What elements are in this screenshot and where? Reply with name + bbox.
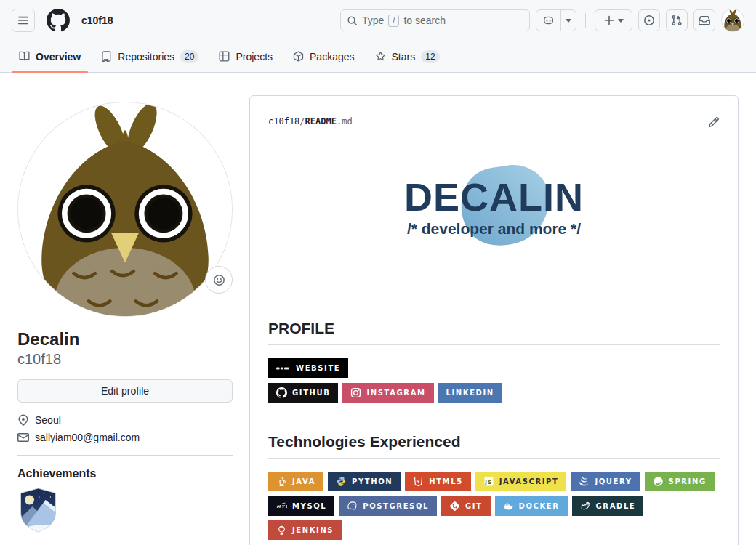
badge-instagram[interactable]: INSTAGRAM xyxy=(342,383,433,403)
instagram-icon xyxy=(350,387,361,398)
copilot-button[interactable] xyxy=(536,10,561,31)
java-icon xyxy=(276,476,287,487)
tab-repositories[interactable]: Repositories20 xyxy=(94,41,206,72)
badge-label: MYSQL xyxy=(292,502,326,510)
python-icon xyxy=(336,476,347,487)
spring-icon xyxy=(653,476,664,487)
achievement-badge-night-mountain[interactable] xyxy=(17,488,59,536)
badge-docker[interactable]: DOCKER xyxy=(495,496,568,516)
plus-icon xyxy=(603,15,615,26)
profile-badge-row-1: WEBSITE xyxy=(268,358,720,378)
website-icon xyxy=(276,366,291,371)
copilot-menu-caret[interactable] xyxy=(561,10,576,31)
svg-text:5: 5 xyxy=(417,479,421,485)
git-icon xyxy=(449,501,460,512)
vcard-names: Decalin c10f18 xyxy=(17,328,233,368)
badge-label: LINKEDIN xyxy=(446,389,494,397)
context-title[interactable]: c10f18 xyxy=(81,15,113,26)
search-icon xyxy=(347,15,358,26)
badge-label: JQUERY xyxy=(595,477,632,485)
slash-key-hint: / xyxy=(388,15,399,27)
tab-stars[interactable]: Stars12 xyxy=(368,41,447,72)
logo-title: DECALIN xyxy=(268,176,720,219)
chevron-down-icon xyxy=(566,19,571,23)
badge-html5[interactable]: 5HTML5 xyxy=(405,472,470,491)
location-icon xyxy=(17,414,29,426)
tab-count-badge: 12 xyxy=(421,50,439,63)
badge-label: WEBSITE xyxy=(296,364,340,372)
badge-website[interactable]: WEBSITE xyxy=(268,358,348,378)
copilot-button-group xyxy=(536,9,576,31)
badge-linkedin[interactable]: LINKEDIN xyxy=(438,383,502,403)
tab-count-badge: 20 xyxy=(180,50,198,63)
chevron-down-icon xyxy=(618,19,624,23)
github-profile-page: c10f18 Type / to search xyxy=(0,0,756,545)
svg-text:JS: JS xyxy=(484,479,493,485)
badge-postgresql[interactable]: POSTGRESQL xyxy=(339,496,437,516)
location-text: Seoul xyxy=(35,414,61,426)
set-status-button[interactable] xyxy=(205,266,233,294)
profile-login: c10f18 xyxy=(17,350,233,368)
readme-path-user: c10f18 xyxy=(268,116,299,126)
create-new-button[interactable] xyxy=(595,9,632,31)
tab-label: Overview xyxy=(36,51,81,62)
main-content: Decalin c10f18 Edit profile Seoul sallyi… xyxy=(0,73,756,545)
hamburger-menu-button[interactable] xyxy=(12,9,35,32)
tab-label: Stars xyxy=(392,51,416,62)
achievements-title: Achievements xyxy=(17,467,233,480)
search-placeholder-prefix: Type xyxy=(362,15,384,26)
badge-label: INSTAGRAM xyxy=(366,389,425,397)
logo-subtitle: /* developer and more */ xyxy=(268,220,720,238)
header-divider xyxy=(585,13,586,28)
badge-jenkins[interactable]: JENKINS xyxy=(268,520,342,540)
issues-button[interactable] xyxy=(638,9,660,31)
star-icon xyxy=(375,51,386,62)
badge-python[interactable]: PYTHON xyxy=(328,472,401,491)
inbox-button[interactable] xyxy=(693,9,715,31)
readme-path-ext: .md xyxy=(337,116,353,126)
profile-tabnav: OverviewRepositories20ProjectsPackagesSt… xyxy=(0,41,756,73)
edit-profile-button[interactable]: Edit profile xyxy=(17,379,233,403)
email-row: sallyiam00@gmail.com xyxy=(17,432,233,443)
readme-path-file: README xyxy=(305,116,337,126)
badge-java[interactable]: JAVA xyxy=(268,472,323,491)
badge-mysql[interactable]: MySQLMYSQL xyxy=(268,496,334,516)
badge-label: SPRING xyxy=(669,477,707,485)
mail-icon xyxy=(17,432,29,443)
pull-requests-button[interactable] xyxy=(666,9,688,31)
issue-opened-icon xyxy=(643,15,655,26)
search-input[interactable]: Type / to search xyxy=(340,9,530,31)
badge-label: GIT xyxy=(465,502,483,510)
postgresql-icon xyxy=(347,501,358,512)
profile-avatar[interactable] xyxy=(17,102,233,317)
badge-gradle[interactable]: GRADLE xyxy=(572,496,644,516)
badge-label: GITHUB xyxy=(292,389,330,397)
badge-jquery[interactable]: JQUERY xyxy=(571,472,640,491)
profile-name: Decalin xyxy=(17,328,233,350)
tab-label: Packages xyxy=(310,51,354,62)
package-icon xyxy=(293,51,304,62)
badge-github[interactable]: GITHUB xyxy=(268,383,338,403)
github-logo[interactable] xyxy=(47,9,70,32)
gradle-icon xyxy=(580,501,591,512)
badge-label: GRADLE xyxy=(596,502,636,510)
pencil-icon xyxy=(708,116,720,128)
header-right-cluster: Type / to search xyxy=(340,9,744,32)
book-icon xyxy=(19,51,30,62)
badge-spring[interactable]: SPRING xyxy=(645,472,715,491)
badge-label: POSTGRESQL xyxy=(363,502,429,510)
badge-javascript[interactable]: JSJAVASCRIPT xyxy=(475,472,567,491)
tab-packages[interactable]: Packages xyxy=(286,41,361,72)
email-text[interactable]: sallyiam00@gmail.com xyxy=(35,432,140,443)
copilot-icon xyxy=(542,15,555,27)
tab-overview[interactable]: Overview xyxy=(12,41,88,72)
edit-readme-button[interactable] xyxy=(708,116,720,128)
badge-label: JAVA xyxy=(292,477,315,485)
section-heading-profile: PROFILE xyxy=(268,320,720,345)
git-pull-request-icon xyxy=(671,15,683,26)
tab-projects[interactable]: Projects xyxy=(212,41,280,72)
location-row: Seoul xyxy=(17,414,233,426)
badge-git[interactable]: GIT xyxy=(441,496,491,516)
user-avatar-small[interactable] xyxy=(721,9,744,32)
tab-label: Projects xyxy=(236,51,273,62)
